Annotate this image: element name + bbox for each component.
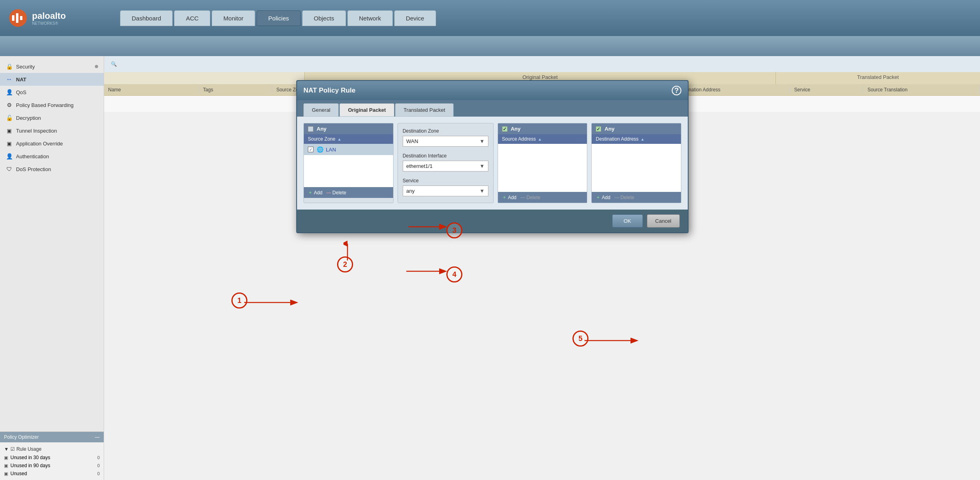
source-zone-lan-label: LAN	[326, 147, 336, 153]
source-zone-empty-area	[304, 155, 393, 187]
dialog-tab-general[interactable]: General	[303, 103, 339, 117]
dest-addr-any-label: Any	[604, 126, 615, 132]
po-checkbox[interactable]: ☑	[10, 446, 15, 452]
source-zone-col-label: Source Zone	[308, 136, 335, 142]
po-unused: ▣ Unused 0	[4, 470, 100, 478]
annotation-arrow-2	[343, 240, 351, 260]
nat-policy-rule-dialog: NAT Policy Rule ? General Original Packe…	[296, 80, 689, 233]
source-zone-sort-arrow: ▲	[337, 137, 341, 141]
source-address-any-row: ✓ Any	[498, 123, 587, 134]
security-icon: 🔒	[6, 63, 13, 70]
source-zone-delete-button[interactable]: — Delete	[326, 189, 346, 196]
source-zone-col-header: Source Zone ▲	[304, 134, 393, 144]
nav-tab-policies[interactable]: Policies	[257, 10, 301, 26]
po-unused30-label: Unused in 30 days	[10, 455, 50, 460]
source-address-panel: ✓ Any Source Address ▲ ＋ Add	[498, 123, 588, 203]
ok-button[interactable]: OK	[612, 214, 643, 228]
decryption-icon: 🔓	[6, 114, 13, 121]
sidebar-label-dos: DoS Protection	[16, 166, 51, 172]
col-name: Name	[104, 85, 199, 94]
sidebar-item-pbf[interactable]: ⚙ Policy Based Forwarding	[0, 99, 104, 111]
po-unused-30: ▣ Unused in 30 days 0	[4, 454, 100, 462]
dos-icon: 🛡	[6, 165, 13, 173]
sidebar-item-decryption[interactable]: 🔓 Decryption	[0, 111, 104, 124]
nav-tab-device[interactable]: Device	[394, 10, 436, 26]
dest-address-col-label: Destination Address	[596, 136, 639, 142]
po-unused-90: ▣ Unused in 90 days 0	[4, 462, 100, 470]
source-zone-any-row: Any	[304, 123, 393, 134]
svg-rect-1	[12, 15, 14, 21]
dialog-tab-original-packet[interactable]: Original Packet	[339, 103, 394, 117]
source-address-delete-button: — Delete	[520, 194, 540, 201]
nav-tab-objects[interactable]: Objects	[302, 10, 346, 26]
cancel-button[interactable]: Cancel	[647, 214, 680, 228]
sidebar-item-appoverride[interactable]: ▣ Application Override	[0, 137, 104, 150]
source-zone-lan-checkbox[interactable]: ✓	[308, 147, 313, 152]
sidebar-item-dos[interactable]: 🛡 DoS Protection	[0, 163, 104, 175]
source-address-add-icon: ＋	[502, 194, 507, 201]
col-source-translation: Source Translation	[864, 85, 980, 94]
source-addr-any-checkbox[interactable]: ✓	[502, 126, 508, 132]
source-zone-add-button[interactable]: ＋ Add	[308, 189, 322, 196]
source-address-footer: ＋ Add — Delete	[498, 192, 587, 203]
po-unused30-count: 0	[97, 455, 100, 460]
appoverride-icon: ▣	[6, 140, 13, 147]
source-address-col-header: Source Address ▲	[498, 134, 587, 144]
destination-zone-value: WAN	[406, 138, 418, 144]
nav-tab-monitor[interactable]: Monitor	[212, 10, 255, 26]
annotation-arrow-5	[584, 337, 641, 345]
pbf-icon: ⚙	[6, 101, 13, 109]
nav-tab-network[interactable]: Network	[347, 10, 393, 26]
po-minimize-button[interactable]: —	[95, 434, 100, 440]
source-address-add-button[interactable]: ＋ Add	[502, 194, 516, 201]
nav-tab-acc[interactable]: ACC	[174, 10, 210, 26]
policy-optimizer-header: Policy Optimizer —	[0, 432, 104, 442]
dest-address-empty-area	[592, 144, 681, 192]
col-dest-address: Destination Address	[674, 85, 790, 94]
source-zone-lan-row[interactable]: ✓ 🌐 LAN	[304, 144, 393, 155]
dialog-help-button[interactable]: ?	[672, 86, 681, 95]
translated-packet-group-header: Translated Packet	[776, 72, 980, 84]
dialog-body: Any Source Zone ▲ ✓ 🌐 LAN ＋	[297, 117, 688, 210]
source-zone-any-checkbox[interactable]	[308, 126, 313, 132]
po-content: ▼ ☑ Rule Usage ▣ Unused in 30 days 0 ▣ U…	[0, 442, 104, 480]
sidebar: 🔒 Security ↔ NAT 👤 QoS ⚙ Policy Based Fo…	[0, 56, 104, 480]
nav-tab-dashboard[interactable]: Dashboard	[120, 10, 173, 26]
tunnel-icon: ▣	[6, 127, 13, 134]
sidebar-item-tunnel[interactable]: ▣ Tunnel Inspection	[0, 124, 104, 137]
destination-zone-select[interactable]: WAN ▼	[403, 136, 488, 147]
source-address-delete-label: Delete	[526, 195, 540, 200]
sidebar-label-security: Security	[16, 64, 35, 70]
po-expand-icon[interactable]: ▼	[4, 446, 9, 452]
source-zone-add-label: Add	[314, 190, 322, 196]
destination-interface-arrow: ▼	[480, 163, 485, 169]
svg-rect-3	[20, 16, 22, 20]
nat-icon: ↔	[6, 76, 13, 83]
annotation-arrow-1	[244, 298, 300, 307]
dialog-tab-translated-packet[interactable]: Translated Packet	[395, 103, 454, 117]
sidebar-item-auth[interactable]: 👤 Authentication	[0, 150, 104, 163]
dialog-tabs: General Original Packet Translated Packe…	[297, 100, 688, 117]
dest-address-add-button[interactable]: ＋ Add	[596, 194, 610, 201]
sidebar-item-security[interactable]: 🔒 Security	[0, 60, 104, 73]
content-area: 🔍 Original Packet Translated Packet Name…	[104, 56, 980, 480]
sidebar-item-qos[interactable]: 👤 QoS	[0, 86, 104, 99]
destination-zone-label: Destination Zone	[403, 128, 488, 134]
source-address-empty-area	[498, 144, 587, 192]
source-address-delete-icon: —	[520, 195, 525, 200]
sidebar-item-nat[interactable]: ↔ NAT	[0, 73, 104, 86]
source-zone-any-label: Any	[317, 126, 327, 132]
destination-interface-select[interactable]: ethernet1/1 ▼	[403, 161, 488, 171]
dest-addr-any-checkbox[interactable]: ✓	[596, 126, 601, 132]
po-title: Policy Optimizer	[4, 434, 39, 440]
dest-address-col-header: Destination Address ▲	[592, 134, 681, 144]
sidebar-label-decryption: Decryption	[16, 115, 41, 121]
lan-zone-icon: 🌐	[317, 146, 323, 153]
service-label: Service	[403, 178, 488, 184]
dest-address-delete-icon: —	[615, 195, 619, 200]
nav-tabs: Dashboard ACC Monitor Policies Objects N…	[120, 10, 436, 26]
service-select[interactable]: any ▼	[403, 186, 488, 196]
po-unused-label: Unused	[10, 471, 27, 476]
security-dot	[95, 65, 98, 68]
app-subtitle: NETWORKS®	[32, 21, 66, 26]
